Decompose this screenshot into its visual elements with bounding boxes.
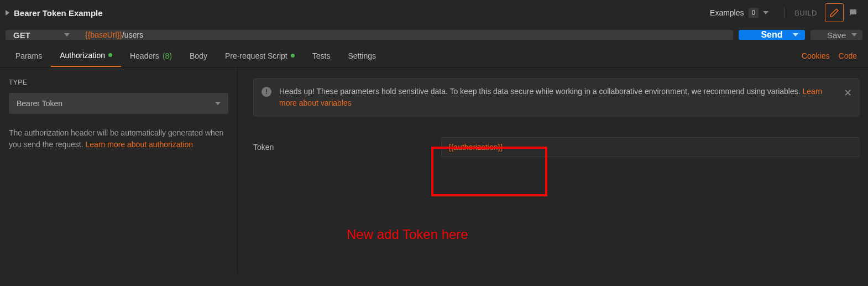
request-tabs: Params Authorization Headers (8) Body Pr… [0,44,868,67]
cookies-link[interactable]: Cookies [797,51,834,60]
tab-tests[interactable]: Tests [304,44,339,67]
info-icon: ! [262,87,271,97]
request-title: Bearer Token Example [14,8,710,18]
auth-help-link[interactable]: Learn more about authorization [86,140,194,149]
auth-config-panel: ! Heads up! These parameters hold sensit… [238,67,868,274]
build-label: BUILD [784,8,817,18]
url-input[interactable]: {{baseUrl}}/users [77,30,733,40]
token-value: {{authorization}} [448,143,503,152]
tab-prerequest-label: Pre-request Script [225,51,287,60]
chevron-down-icon [763,11,768,14]
send-label: Send [761,30,782,40]
token-input[interactable]: {{authorization}} [441,137,859,157]
auth-type-value: Bearer Token [17,99,62,108]
save-label: Save [827,30,846,40]
chevron-down-icon [851,33,857,37]
chevron-down-icon [64,33,70,37]
method-select[interactable]: GET [6,30,77,40]
status-dot-icon [108,53,112,57]
tab-authorization-label: Authorization [60,51,105,60]
close-icon[interactable]: ✕ [844,86,852,101]
status-dot-icon [291,54,295,58]
alert-body: Heads up! These parameters hold sensitiv… [279,86,836,109]
annotation-text: New add Token here [347,227,468,242]
type-label: TYPE [9,79,228,86]
url-path: /users [122,30,143,39]
send-button[interactable]: Send [739,30,805,40]
token-row: Token {{authorization}} [253,137,859,157]
examples-dropdown[interactable]: Examples 0 [710,8,768,18]
examples-count: 0 [749,8,759,18]
url-row: GET {{baseUrl}}/users Send Save [0,25,868,44]
comment-button[interactable] [844,3,862,22]
auth-type-select[interactable]: Bearer Token [9,93,228,114]
tab-headers-label: Headers [130,51,159,60]
tab-params[interactable]: Params [7,44,51,67]
chevron-down-icon [793,33,798,37]
code-link[interactable]: Code [834,51,861,60]
auth-type-panel: TYPE Bearer Token The authorization head… [0,67,238,274]
collapse-toggle-icon[interactable] [6,10,9,15]
request-header: Bearer Token Example Examples 0 BUILD [0,0,868,25]
chevron-down-icon [215,102,221,105]
sensitive-data-alert: ! Heads up! These parameters hold sensit… [253,79,859,116]
url-variable: {{baseUrl}} [85,30,122,39]
method-value: GET [13,30,30,40]
token-input-wrap: {{authorization}} [441,137,859,157]
auth-help-text: The authorization header will be automat… [9,127,228,150]
tab-authorization[interactable]: Authorization [51,44,121,67]
save-button[interactable]: Save [811,30,862,40]
content-area: TYPE Bearer Token The authorization head… [0,67,868,274]
tab-prerequest[interactable]: Pre-request Script [216,44,304,67]
tab-body[interactable]: Body [181,44,216,67]
tab-settings[interactable]: Settings [339,44,385,67]
token-label: Token [253,143,419,152]
headers-count: (8) [163,51,172,60]
alert-text: Heads up! These parameters hold sensitiv… [279,87,803,96]
examples-label: Examples [710,8,744,17]
edit-button[interactable] [825,3,844,22]
tab-headers[interactable]: Headers (8) [121,44,181,67]
